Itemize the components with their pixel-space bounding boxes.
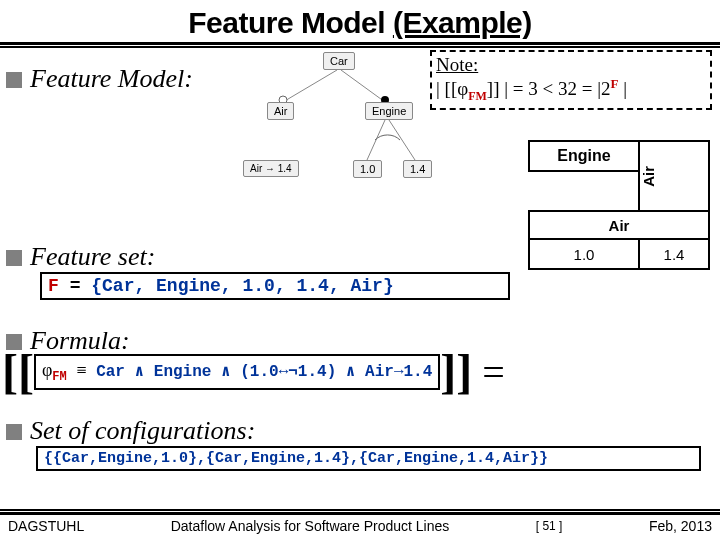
formula-row: [[ φFM ≡ Car ∧ Engine ∧ (1.0↔¬1.4) ∧ Air…	[2, 352, 505, 396]
title-example: (Example)	[393, 6, 532, 39]
footer-page: [ 51 ]	[536, 519, 563, 533]
bracket-close: ]]	[440, 348, 472, 396]
svg-line-0	[283, 70, 337, 102]
footer-left: DAGSTUHL	[8, 518, 84, 534]
engine-air-table: Engine Air Air 1.0 1.4	[528, 140, 710, 270]
feature-set-row: F = {Car, Engine, 1.0, 1.4, Air}	[10, 272, 510, 300]
bullet-feature-set: Feature set:	[0, 234, 161, 274]
feature-diagram: Car Air Engine Air → 1.4 1.0 1.4	[255, 52, 435, 197]
svg-line-5	[389, 120, 415, 160]
bullet-feature-model: Feature Model:	[0, 56, 199, 96]
note-box: Note: | [[φFM]] | = 3 < 32 = |2F |	[430, 50, 712, 110]
air-vertical: Air	[639, 141, 709, 211]
divider	[0, 509, 720, 511]
bullet-icon	[6, 250, 22, 266]
formula-box: φFM ≡ Car ∧ Engine ∧ (1.0↔¬1.4) ∧ Air→1.…	[34, 354, 440, 390]
node-engine: Engine	[365, 102, 413, 120]
equals: =	[482, 349, 505, 396]
bullet-text: Set of configurations:	[30, 416, 255, 446]
footer: DAGSTUHL Dataflow Analysis for Software …	[0, 509, 720, 540]
slide-title: Feature Model (Example)	[0, 0, 720, 42]
configs-row: {{Car,Engine,1.0},{Car,Engine,1.4},{Car,…	[6, 446, 701, 471]
node-air: Air	[267, 102, 294, 120]
node-car: Car	[323, 52, 355, 70]
note-heading: Note:	[436, 54, 706, 76]
divider	[0, 42, 720, 45]
node-constraint: Air → 1.4	[243, 160, 299, 177]
title-main: Feature Model	[188, 6, 393, 39]
bullet-icon	[6, 424, 22, 440]
note-expression: | [[φFM]] | = 3 < 32 = |2F |	[436, 76, 706, 104]
footer-center: Dataflow Analysis for Software Product L…	[171, 518, 450, 534]
svg-line-4	[367, 120, 385, 160]
divider	[0, 46, 720, 48]
bullet-configs: Set of configurations:	[0, 408, 261, 448]
node-10: 1.0	[353, 160, 382, 178]
configs-box: {{Car,Engine,1.0},{Car,Engine,1.4},{Car,…	[36, 446, 701, 471]
footer-right: Feb, 2013	[649, 518, 712, 534]
feature-set-box: F = {Car, Engine, 1.0, 1.4, Air}	[40, 272, 510, 300]
bullet-text: Feature set:	[30, 242, 155, 272]
svg-line-1	[341, 70, 385, 102]
bullet-icon	[6, 72, 22, 88]
node-14: 1.4	[403, 160, 432, 178]
bullet-text: Feature Model:	[30, 64, 193, 94]
bracket-open: [[	[2, 348, 34, 396]
